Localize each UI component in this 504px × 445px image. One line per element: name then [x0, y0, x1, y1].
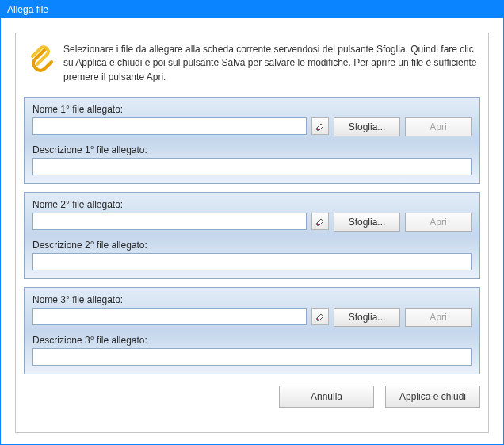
eraser-icon: [315, 121, 326, 132]
content-area: Selezionare i file da allegare alla sche…: [1, 18, 503, 444]
file3-name-row: Sfoglia... Apri: [32, 308, 472, 327]
file3-desc-label: Descrizione 3° file allegato:: [32, 335, 472, 346]
file2-clear-button[interactable]: [311, 213, 329, 230]
file2-desc-input[interactable]: [32, 253, 472, 270]
paperclip-icon: [27, 43, 55, 75]
footer-buttons: Annulla Applica e chiudi: [24, 374, 480, 408]
file2-open-button[interactable]: Apri: [405, 213, 472, 232]
file2-browse-button[interactable]: Sfoglia...: [334, 213, 400, 232]
file1-desc-label: Descrizione 1° file allegato:: [32, 144, 472, 155]
titlebar: Allega file: [1, 1, 503, 18]
file1-name-input[interactable]: [32, 117, 307, 135]
dialog-window: Allega file Selezionare i file da allega…: [0, 0, 504, 445]
file2-desc-label: Descrizione 2° file allegato:: [32, 240, 472, 251]
file2-name-label: Nome 2° file allegato:: [32, 199, 472, 210]
eraser-icon: [315, 216, 326, 227]
file-group-3: Nome 3° file allegato: Sfoglia... Apri D…: [24, 287, 480, 374]
file-group-2: Nome 2° file allegato: Sfoglia... Apri D…: [24, 192, 480, 279]
file2-name-input[interactable]: [32, 213, 307, 230]
file1-open-button[interactable]: Apri: [405, 117, 472, 136]
file1-clear-button[interactable]: [311, 117, 329, 135]
file3-desc-input[interactable]: [32, 348, 472, 366]
file3-open-button[interactable]: Apri: [405, 308, 472, 327]
file-group-1: Nome 1° file allegato: Sfoglia... Apri D…: [24, 97, 480, 184]
file3-clear-button[interactable]: [311, 308, 329, 325]
instructions-row: Selezionare i file da allegare alla sche…: [24, 41, 480, 90]
file3-browse-button[interactable]: Sfoglia...: [334, 308, 400, 327]
window-title: Allega file: [7, 4, 48, 15]
inner-panel: Selezionare i file da allegare alla sche…: [15, 33, 489, 433]
file1-browse-button[interactable]: Sfoglia...: [334, 117, 400, 136]
instructions-text: Selezionare i file da allegare alla sche…: [63, 43, 477, 84]
file1-name-row: Sfoglia... Apri: [32, 117, 472, 136]
file3-name-label: Nome 3° file allegato:: [32, 294, 472, 305]
file1-name-label: Nome 1° file allegato:: [32, 104, 472, 115]
cancel-button[interactable]: Annulla: [279, 386, 374, 408]
file3-name-input[interactable]: [32, 308, 307, 325]
file1-desc-input[interactable]: [32, 158, 472, 175]
apply-close-button[interactable]: Applica e chiudi: [385, 386, 480, 408]
file2-name-row: Sfoglia... Apri: [32, 213, 472, 232]
eraser-icon: [315, 311, 326, 322]
